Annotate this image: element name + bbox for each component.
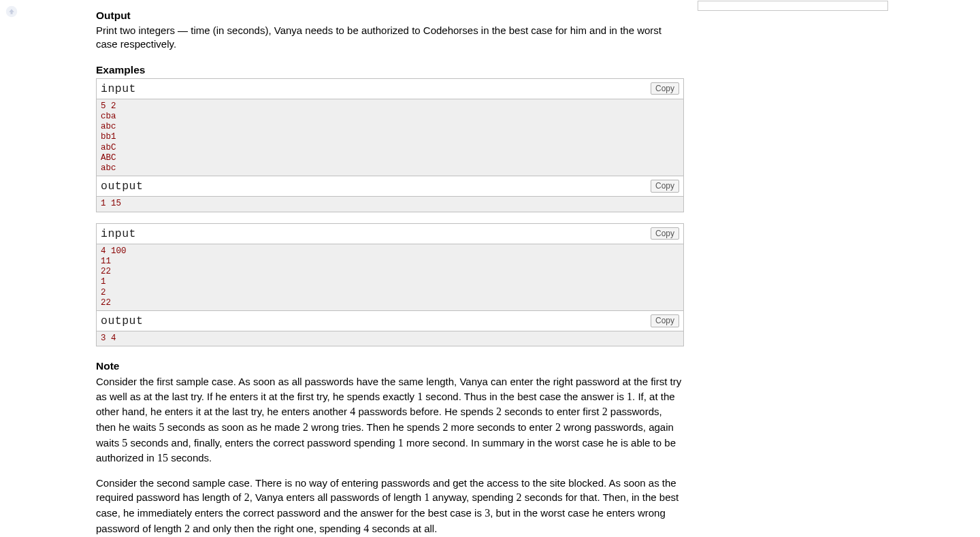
output-text: Print two integers — time (in seconds), … xyxy=(96,24,684,52)
output-header: output Copy xyxy=(97,176,683,197)
sample-test: input Copy 5 2 cba abc bb1 abC ABC abc o… xyxy=(96,78,684,212)
examples-title: Examples xyxy=(96,64,684,76)
copy-button[interactable]: Copy xyxy=(651,180,679,193)
note-paragraph-1: Consider the first sample case. As soon … xyxy=(96,374,684,466)
input-content: 4 100 11 22 1 2 22 xyxy=(97,244,683,312)
input-label: input xyxy=(101,82,136,95)
input-content: 5 2 cba abc bb1 abC ABC abc xyxy=(97,99,683,177)
note-paragraph-2: Consider the second sample case. There i… xyxy=(96,476,684,536)
output-header: output Copy xyxy=(97,311,683,331)
copy-button[interactable]: Copy xyxy=(651,82,679,95)
output-label: output xyxy=(101,314,143,327)
input-label: input xyxy=(101,227,136,240)
copy-button[interactable]: Copy xyxy=(651,314,679,327)
sample-test: input Copy 4 100 11 22 1 2 22 output Cop… xyxy=(96,223,684,347)
note-title: Note xyxy=(96,360,684,372)
output-title: Output xyxy=(96,10,684,22)
problem-statement: Output Print two integers — time (in sec… xyxy=(96,10,684,537)
output-label: output xyxy=(101,180,143,193)
copy-button[interactable]: Copy xyxy=(651,227,679,240)
output-content: 1 15 xyxy=(97,197,683,211)
input-header: input Copy xyxy=(97,224,683,244)
arrow-up-icon xyxy=(5,5,18,18)
sidebar-box xyxy=(698,1,888,11)
output-content: 3 4 xyxy=(97,331,683,346)
input-header: input Copy xyxy=(97,79,683,99)
scroll-to-top[interactable] xyxy=(5,5,18,18)
sidebar xyxy=(698,10,888,11)
